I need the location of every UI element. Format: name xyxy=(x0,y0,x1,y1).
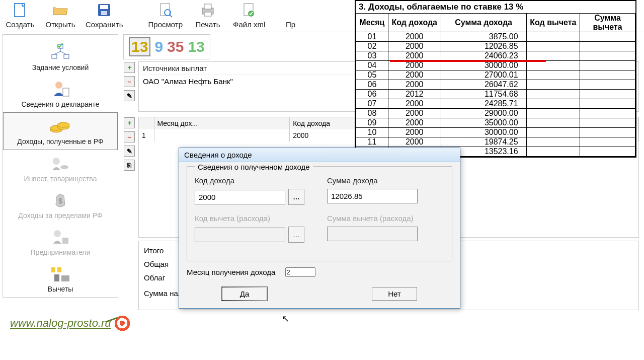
print-label: Печать xyxy=(195,20,220,29)
sidebar: Задание условий Сведения о декларанте До… xyxy=(3,34,118,298)
ref-row: 08200029000.00 xyxy=(356,109,635,118)
month-label: Месяц получения дохода xyxy=(187,268,275,276)
ded-sum-input xyxy=(327,227,418,241)
remove-income-button[interactable]: − xyxy=(124,131,135,142)
create-button[interactable]: Создать xyxy=(0,0,40,32)
sidebar-item-foreign[interactable]: $ Доходы за пределами РФ xyxy=(3,187,118,224)
svg-rect-3 xyxy=(100,5,108,9)
ref-row: 11200019874.25 xyxy=(356,137,635,147)
sum-label: Сумма дохода xyxy=(327,176,444,185)
add-income-button[interactable]: ＋ xyxy=(124,117,135,128)
sidebar-item-invest[interactable]: Инвест. товарищества xyxy=(3,150,118,187)
preview-label: Просмотр xyxy=(148,20,183,29)
rate-13b-tab[interactable]: 13 xyxy=(188,38,204,55)
svg-point-22 xyxy=(53,158,60,165)
ref-row: 07200024285.71 xyxy=(356,99,635,109)
watermark-text: www.nalog-prosto.ru xyxy=(10,317,111,330)
deductions-icon xyxy=(49,264,71,283)
sidebar-item-conditions[interactable]: Задание условий xyxy=(3,39,118,76)
svg-point-25 xyxy=(54,230,61,237)
tax-rate-tabs: 13 9 35 13 xyxy=(123,34,210,59)
svg-rect-9 xyxy=(204,4,211,9)
rate-35-tab[interactable]: 35 xyxy=(167,38,184,55)
ref-col-sum: Сумма дохода xyxy=(441,14,526,32)
ref-title: 3. Доходы, облагаемые по ставке 13 % xyxy=(356,1,635,13)
ref-row: 03200024060.23 xyxy=(356,51,635,61)
ref-row: 05200027000.01 xyxy=(356,70,635,80)
sidebar-item-entrepreneurs[interactable]: Предприниматели xyxy=(3,224,118,260)
new-file-icon xyxy=(12,2,28,18)
reference-document: 3. Доходы, облагаемые по ставке 13 % Мес… xyxy=(355,0,636,158)
save-label: Сохранить xyxy=(86,20,123,29)
code-input[interactable] xyxy=(195,190,285,204)
svg-line-7 xyxy=(170,15,172,17)
xml-file-button[interactable]: Файл xml xyxy=(228,0,270,32)
svg-rect-29 xyxy=(54,274,59,281)
svg-rect-28 xyxy=(57,267,61,272)
watermark: www.nalog-prosto.ru xyxy=(10,314,131,332)
month-input[interactable] xyxy=(285,267,315,277)
edit-source-button[interactable]: ✎ xyxy=(124,90,135,101)
bullseye-icon xyxy=(113,314,131,332)
sum-input[interactable] xyxy=(327,189,418,203)
person-icon xyxy=(49,80,71,99)
ref-row: 04200030000.00 xyxy=(356,61,635,70)
magnifier-page-icon xyxy=(157,2,174,18)
copy-income-button[interactable]: ⎘ xyxy=(124,160,135,171)
invest-icon xyxy=(49,154,71,173)
svg-point-23 xyxy=(60,165,68,169)
code-lookup-button[interactable]: … xyxy=(288,189,304,205)
svg-text:$: $ xyxy=(58,197,62,205)
ref-col-dsum: Сумма вычета xyxy=(580,14,635,32)
highlight-line xyxy=(390,60,546,62)
conditions-icon xyxy=(49,43,71,62)
entrepreneur-icon xyxy=(49,228,71,247)
open-button[interactable]: Открыть xyxy=(40,0,80,32)
check-label: Пр xyxy=(286,20,295,29)
ref-col-code: Код дохода xyxy=(388,14,441,32)
svg-rect-26 xyxy=(62,238,68,244)
ref-row: 09200035000.00 xyxy=(356,118,635,128)
dialog-group-label: Сведения о полученном доходе xyxy=(195,163,313,171)
add-source-button[interactable]: ＋ xyxy=(124,62,135,73)
ded-code-input xyxy=(195,228,285,242)
ref-row: 02200012026.85 xyxy=(356,42,635,51)
check-button[interactable]: Пр xyxy=(270,0,310,32)
declarant-label: Сведения о декларанте xyxy=(21,100,99,108)
create-label: Создать xyxy=(6,20,34,29)
conditions-label: Задание условий xyxy=(32,63,89,71)
edit-income-button[interactable]: ✎ xyxy=(124,146,135,157)
sidebar-item-declarant[interactable]: Сведения о декларанте xyxy=(3,76,118,112)
ref-row: 0120003875.00 xyxy=(356,32,635,42)
entrepreneurs-label: Предприниматели xyxy=(31,248,91,256)
print-button[interactable]: Печать xyxy=(188,0,228,32)
ref-row: 10200030000.00 xyxy=(356,128,635,137)
remove-source-button[interactable]: − xyxy=(124,76,135,87)
sidebar-item-income-rf[interactable]: Доходы, полученные в РФ xyxy=(3,112,118,150)
foreign-label: Доходы за пределами РФ xyxy=(18,211,102,220)
save-button[interactable]: Сохранить xyxy=(80,0,128,32)
xml-label: Файл xml xyxy=(233,20,265,29)
ref-row: 06200026047.62 xyxy=(356,80,635,90)
no-button[interactable]: Нет xyxy=(372,287,417,301)
rate-13-tab[interactable]: 13 xyxy=(129,37,150,56)
rate-9-tab[interactable]: 9 xyxy=(154,38,163,55)
svg-rect-17 xyxy=(63,88,69,96)
floppy-icon xyxy=(96,2,112,18)
svg-rect-10 xyxy=(204,12,211,16)
svg-point-21 xyxy=(57,122,69,127)
income-rf-label: Доходы, полученные в РФ xyxy=(17,137,103,146)
col-month[interactable]: Месяц дох... xyxy=(154,117,290,129)
svg-rect-14 xyxy=(52,54,57,58)
code-label: Код дохода xyxy=(195,176,312,185)
svg-rect-4 xyxy=(101,11,107,15)
ded-code-label: Код вычета (расхода) xyxy=(195,214,312,223)
preview-button[interactable]: Просмотр xyxy=(143,0,188,32)
svg-rect-27 xyxy=(51,267,55,272)
yes-button[interactable]: Да xyxy=(222,287,267,301)
sidebar-item-deductions[interactable]: Вычеты xyxy=(3,260,118,297)
ref-col-dcode: Код вычета xyxy=(526,14,580,32)
dialog-title: Сведения о доходе xyxy=(179,148,460,162)
ded-sum-label: Сумма вычета (расхода) xyxy=(327,214,444,223)
income-dialog: Сведения о доходе Сведения о полученном … xyxy=(179,148,460,309)
